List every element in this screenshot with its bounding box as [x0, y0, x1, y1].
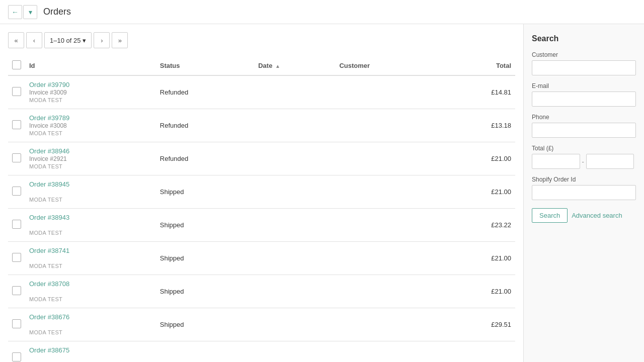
customer-sub-text: MODA TEST	[29, 230, 62, 236]
order-link[interactable]: Order #38676	[29, 313, 152, 321]
customer-sub-text: MODA TEST	[29, 296, 62, 302]
customer-cell	[335, 142, 439, 175]
order-id-cell: Order #38945MODA TEST	[25, 175, 156, 209]
customer-sub-text: MODA TEST	[29, 197, 62, 203]
next-page-button[interactable]: ›	[94, 32, 110, 48]
row-checkbox[interactable]	[12, 253, 21, 262]
customer-sub-text: MODA TEST	[29, 329, 62, 335]
order-id-cell: Order #38943MODA TEST	[25, 209, 156, 242]
order-link[interactable]: Order #38943	[29, 214, 152, 221]
search-panel-title: Search	[532, 34, 636, 43]
invoice-text: Invoice #3008	[29, 122, 67, 129]
total-cell: £21.00	[439, 142, 515, 175]
col-header-customer: Customer	[335, 56, 439, 75]
select-all-col	[8, 56, 25, 75]
total-cell: £14.81	[439, 75, 515, 109]
date-cell	[254, 75, 335, 109]
select-all-checkbox[interactable]	[12, 60, 21, 69]
shopify-id-field-group: Shopify Order Id	[532, 176, 636, 200]
status-cell	[156, 341, 254, 363]
col-header-id: Id	[25, 56, 156, 75]
table-row: Order #39789Invoice #3008MODA TESTRefund…	[8, 109, 515, 142]
row-checkbox[interactable]	[12, 153, 21, 162]
total-cell: £21.00	[439, 175, 515, 209]
last-page-button[interactable]: »	[112, 32, 128, 48]
range-separator: -	[582, 158, 584, 165]
order-link[interactable]: Order #38945	[29, 180, 152, 188]
table-row: Order #38675MODA TEST	[8, 341, 515, 363]
customer-sub-text: MODA TEST	[29, 163, 62, 169]
col-header-total: Total	[439, 56, 515, 75]
order-link[interactable]: Order #38675	[29, 346, 152, 354]
status-cell: Shipped	[156, 308, 254, 341]
order-id-cell: Order #39790Invoice #3009MODA TEST	[25, 75, 156, 109]
order-link[interactable]: Order #39790	[29, 81, 152, 88]
col-header-date[interactable]: Date ▲	[254, 56, 335, 75]
order-id-cell: Order #39789Invoice #3008MODA TEST	[25, 109, 156, 142]
prev-page-button[interactable]: ‹	[26, 32, 42, 48]
email-input[interactable]	[532, 92, 636, 107]
table-row: Order #38708MODA TESTShipped£21.00	[8, 275, 515, 308]
customer-sub-text: MODA TEST	[29, 130, 62, 136]
customer-cell	[335, 341, 439, 363]
total-cell: £13.18	[439, 109, 515, 142]
invoice-text: Invoice #3009	[29, 89, 67, 96]
nav-buttons: ← ▾	[8, 5, 37, 19]
order-id-cell: Order #38676MODA TEST	[25, 308, 156, 341]
shopify-id-label: Shopify Order Id	[532, 176, 636, 183]
row-checkbox[interactable]	[12, 286, 21, 295]
order-link[interactable]: Order #38946	[29, 147, 152, 155]
row-checkbox[interactable]	[12, 352, 21, 361]
status-cell: Refunded	[156, 142, 254, 175]
dropdown-nav-button[interactable]: ▾	[23, 5, 37, 19]
total-max-input[interactable]	[586, 154, 634, 169]
order-id-cell: Order #38675MODA TEST	[25, 341, 156, 363]
total-min-input[interactable]	[532, 154, 580, 169]
email-field-group: E-mail	[532, 82, 636, 107]
customer-sub-text: MODA TEST	[29, 263, 62, 269]
main-content: « ‹ 1–10 of 25 ▾ › » Id Status Date ▲ Cu…	[0, 24, 644, 362]
advanced-search-button[interactable]: Advanced search	[572, 209, 622, 222]
invoice-text: Invoice #2921	[29, 155, 67, 162]
row-checkbox[interactable]	[12, 87, 21, 96]
total-cell: £29.51	[439, 308, 515, 341]
shopify-id-input[interactable]	[532, 185, 636, 200]
page-header: ← ▾ Orders	[0, 0, 644, 24]
total-field-group: Total (£) -	[532, 145, 636, 169]
order-link[interactable]: Order #38708	[29, 280, 152, 288]
date-cell	[254, 109, 335, 142]
back-button[interactable]: ←	[8, 5, 22, 19]
date-cell	[254, 209, 335, 242]
phone-label: Phone	[532, 114, 636, 121]
customer-sub-text: MODA TEST	[29, 97, 62, 103]
status-cell: Shipped	[156, 209, 254, 242]
status-cell: Shipped	[156, 275, 254, 308]
search-button[interactable]: Search	[532, 208, 568, 223]
customer-cell	[335, 275, 439, 308]
order-id-cell: Order #38708MODA TEST	[25, 275, 156, 308]
order-link[interactable]: Order #38741	[29, 247, 152, 254]
customer-cell	[335, 242, 439, 275]
customer-input[interactable]	[532, 60, 636, 75]
table-row: Order #38945MODA TESTShipped£21.00	[8, 175, 515, 209]
pagination-bar: « ‹ 1–10 of 25 ▾ › »	[8, 32, 515, 48]
table-row: Order #39790Invoice #3009MODA TESTRefund…	[8, 75, 515, 109]
row-checkbox[interactable]	[12, 319, 21, 328]
orders-table-body: Order #39790Invoice #3009MODA TESTRefund…	[8, 75, 515, 362]
row-checkbox[interactable]	[12, 120, 21, 129]
row-checkbox[interactable]	[12, 187, 21, 196]
customer-cell	[335, 109, 439, 142]
customer-field-group: Customer	[532, 51, 636, 75]
col-header-status: Status	[156, 56, 254, 75]
first-page-button[interactable]: «	[8, 32, 24, 48]
row-checkbox[interactable]	[12, 220, 21, 229]
table-row: Order #38741MODA TESTShipped£21.00	[8, 242, 515, 275]
phone-input[interactable]	[532, 123, 636, 138]
page-range-selector[interactable]: 1–10 of 25 ▾	[44, 32, 92, 48]
status-cell: Refunded	[156, 109, 254, 142]
total-label: Total (£)	[532, 145, 636, 152]
order-link[interactable]: Order #39789	[29, 114, 152, 122]
order-id-cell: Order #38741MODA TEST	[25, 242, 156, 275]
customer-label: Customer	[532, 51, 636, 58]
phone-field-group: Phone	[532, 114, 636, 138]
